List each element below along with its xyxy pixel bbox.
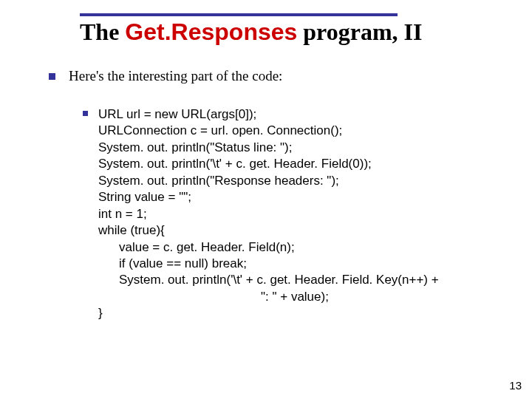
code-line: int n = 1; — [98, 206, 439, 222]
slide-title: The Get.Responses program, II — [80, 18, 423, 46]
slide-body: Here's the interesting part of the code:… — [49, 68, 502, 322]
bullet-level1: Here's the interesting part of the code: — [49, 68, 502, 84]
title-post: program, II — [297, 18, 422, 45]
code-line: ": " + value); — [98, 289, 439, 305]
code-line: System. out. println("Status line: "); — [98, 140, 439, 156]
square-bullet-icon — [83, 111, 88, 116]
square-bullet-icon — [49, 73, 55, 80]
code-line: System. out. println('\t' + c. get. Head… — [98, 272, 439, 288]
intro-text: Here's the interesting part of the code: — [69, 68, 282, 84]
code-line: URL url = new URL(args[0]); — [98, 106, 439, 123]
bullet-level2: URL url = new URL(args[0]); URLConnectio… — [83, 106, 502, 322]
title-rule — [80, 13, 398, 16]
title-pre: The — [80, 18, 125, 45]
code-line: value = c. get. Header. Field(n); — [98, 239, 439, 256]
code-line: if (value == null) break; — [98, 256, 439, 272]
title-block: The Get.Responses program, II — [80, 13, 423, 46]
code-line: while (true){ — [98, 222, 439, 239]
code-line: URLConnection c = url. open. Connection(… — [98, 123, 439, 139]
code-line: System. out. println("Response headers: … — [98, 173, 439, 189]
slide: The Get.Responses program, II Here's the… — [0, 0, 532, 399]
code-block: URL url = new URL(args[0]); URLConnectio… — [98, 106, 439, 322]
title-emphasis: Get.Responses — [125, 18, 297, 45]
code-line: } — [98, 305, 439, 321]
page-number: 13 — [509, 379, 522, 392]
code-line: System. out. println('\t' + c. get. Head… — [98, 156, 439, 172]
code-line: String value = ""; — [98, 189, 439, 205]
